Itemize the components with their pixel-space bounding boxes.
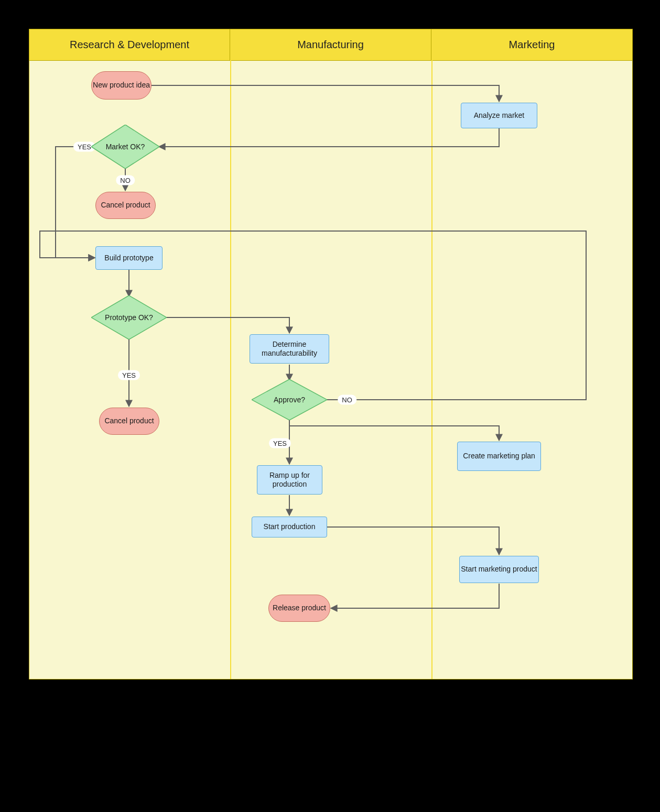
decision-label: Market OK? — [91, 125, 159, 169]
process-build-prototype: Build prototype — [95, 246, 163, 270]
terminator-cancel-product-2: Cancel product — [99, 408, 159, 435]
edge-label-prototype-ok-yes: YES — [118, 370, 140, 380]
terminator-cancel-product-1: Cancel product — [95, 192, 156, 219]
decision-approve: Approve? — [252, 379, 327, 420]
decision-label: Prototype OK? — [91, 295, 167, 339]
edge-label-market-ok-no: NO — [116, 175, 135, 185]
terminator-new-product-idea: New product idea — [91, 71, 152, 100]
process-ramp-up: Ramp up for production — [257, 465, 322, 495]
decision-label: Approve? — [252, 379, 327, 420]
process-start-marketing: Start marketing product — [459, 556, 539, 583]
swimlane-frame: Research & Development Manufacturing Mar… — [29, 29, 633, 679]
edge-label-approve-yes: YES — [269, 438, 291, 448]
edge-label-approve-no: NO — [338, 395, 356, 405]
diagram-canvas: Research & Development Manufacturing Mar… — [0, 0, 660, 812]
process-analyze-market: Analyze market — [461, 103, 537, 128]
terminator-release-product: Release product — [268, 595, 330, 622]
process-create-marketing-plan: Create marketing plan — [457, 442, 541, 471]
process-start-production: Start production — [252, 517, 327, 537]
decision-market-ok: Market OK? — [91, 125, 159, 169]
process-determine-manufacturability: Determine manufacturability — [250, 334, 329, 364]
decision-prototype-ok: Prototype OK? — [91, 295, 167, 339]
